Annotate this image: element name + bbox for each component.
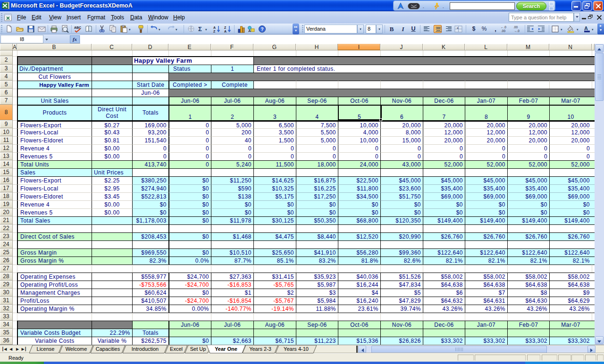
- svg-text:A: A: [224, 30, 226, 33]
- svg-text:→.0: →.0: [514, 29, 520, 33]
- svg-text:A: A: [248, 29, 251, 33]
- svg-text:A: A: [213, 26, 216, 29]
- svg-text:.00: .00: [513, 25, 518, 29]
- svg-text:.00: .00: [501, 29, 505, 33]
- svg-text:A: A: [584, 25, 588, 31]
- svg-text:?: ?: [261, 27, 264, 32]
- svg-text:Z: Z: [224, 26, 226, 29]
- svg-text:Z: Z: [213, 30, 216, 33]
- svg-text:Σ: Σ: [198, 25, 202, 33]
- svg-text:←.0: ←.0: [501, 25, 506, 29]
